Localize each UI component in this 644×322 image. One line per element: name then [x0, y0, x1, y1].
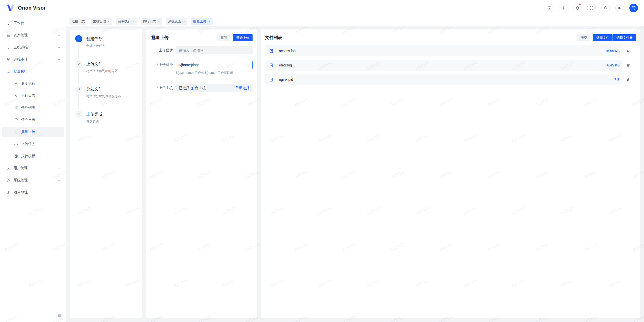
chevron-down-icon: [57, 46, 61, 49]
sidebar-item-batch-exec[interactable]: 批量执行: [2, 66, 64, 77]
sidebar-item-label: 任务日志: [21, 118, 61, 122]
sidebar-item-host-ops[interactable]: 主机运维: [2, 42, 64, 52]
refresh-icon: [603, 6, 608, 10]
sidebar-item-task-log[interactable]: 任务日志: [2, 115, 64, 125]
notification-badge-dot: [579, 3, 581, 6]
sidebar-item-label: 资产管理: [14, 33, 57, 38]
tab-host-mgmt[interactable]: 主机管理 ×: [91, 18, 112, 25]
upload-path-input[interactable]: ${home}/logs: [176, 61, 253, 69]
file-row-body: access.log 16.55 KB: [265, 45, 622, 56]
file-size: 6.45 KB: [607, 63, 620, 67]
brand-logo-icon: [6, 4, 15, 13]
theme-toggle-button[interactable]: [559, 4, 568, 12]
clear-files-button[interactable]: 清空: [577, 34, 590, 41]
refresh-button[interactable]: [601, 4, 610, 12]
file-name: error.log: [279, 63, 292, 67]
upload-desc-input[interactable]: [176, 46, 253, 54]
tab-label: 批量上传: [193, 19, 206, 24]
upload-path-label: *上传路径: [151, 61, 173, 75]
tab-close-icon[interactable]: ×: [108, 19, 110, 23]
sidebar-item-exec-log[interactable]: 执行日志: [2, 91, 64, 101]
navbar-actions: 管: [545, 4, 638, 12]
step-connector: [78, 94, 79, 109]
notification-bell-icon: [575, 6, 580, 10]
step-number: 3: [75, 86, 82, 93]
step-title: 分发文件: [86, 87, 121, 92]
tab-command-exec[interactable]: 命令执行 ×: [116, 18, 137, 25]
tab-system-settings[interactable]: 系统设置 ×: [166, 18, 187, 25]
batch-exec-icon: [7, 69, 11, 74]
hosts-selected-suffix: 台主机: [195, 86, 206, 90]
step-distribute-files: 3 分发文件 将文件分发到目标服务器: [75, 86, 137, 111]
select-files-button[interactable]: 选择文件: [593, 34, 613, 41]
sidebar-item-label: 上传任务: [21, 142, 61, 146]
upload-steps-panel: 1 创建任务 创建上传任务 2 上传文件 将文件上传到临时分区 3 分发文件 将…: [70, 29, 142, 318]
reset-button[interactable]: 重置: [217, 34, 230, 41]
trash-icon: [626, 78, 630, 82]
tab-close-icon[interactable]: ×: [208, 19, 210, 23]
sidebar-item-exec-template[interactable]: 执行模板: [2, 151, 64, 161]
sidebar-item-ops-audit[interactable]: 运维审计: [2, 54, 64, 64]
fullscreen-button[interactable]: [587, 4, 596, 12]
code-window-button[interactable]: [545, 4, 553, 12]
step-description: 释放资源: [86, 119, 102, 124]
host-ops-icon: [7, 45, 11, 49]
file-row-body: error.log 6.45 KB: [265, 60, 622, 71]
step-create-task: 1 创建任务 创建上传任务: [75, 35, 137, 60]
batch-upload-form-panel: 批量上传 重置 开始上传 上传描述 *上传路径 ${home}/logs: [146, 29, 257, 318]
step-description: 将文件分发到目标服务器: [86, 94, 121, 98]
sidebar-item-workbench[interactable]: 工作台: [2, 18, 64, 28]
tab-batch-upload[interactable]: 批量上传 ×: [191, 18, 213, 25]
required-mark: *: [157, 63, 158, 67]
sidebar-item-label: 项目地址: [14, 190, 61, 195]
sidebar-item-batch-upload[interactable]: 批量上传: [2, 127, 64, 137]
task-list-icon: [14, 106, 18, 110]
file-row: error.log 6.45 KB: [265, 60, 636, 71]
required-mark: *: [157, 86, 158, 90]
tab-exec-log[interactable]: 执行日志 ×: [141, 18, 163, 25]
step-number: 2: [75, 60, 82, 67]
workbench-icon: [7, 21, 11, 25]
open-tabs-bar: 连接日志 主机管理 × 命令执行 × 执行日志 × 系统设置 × 批量上传 ×: [66, 16, 644, 26]
delete-file-button[interactable]: [624, 47, 632, 55]
step-title: 上传文件: [86, 61, 118, 67]
step-upload-complete: 4 上传完成 释放资源: [75, 111, 137, 124]
tab-close-icon[interactable]: ×: [133, 19, 135, 23]
reselect-hosts-link[interactable]: 重新选择: [235, 86, 250, 90]
step-upload-files: 2 上传文件 将文件上传到临时分区: [75, 60, 137, 86]
file-name: nginx.pid: [279, 78, 293, 82]
file-list-panel: 文件列表 清空 选择文件 选择文件夹 access.log 16.55 KB: [261, 29, 640, 318]
sidebar-item-task-list[interactable]: 任务列表: [2, 103, 64, 113]
upload-desc-row: 上传描述: [151, 46, 253, 54]
sidebar-item-project-link[interactable]: 项目地址: [2, 187, 64, 197]
batch-upload-icon: [14, 130, 18, 134]
file-row: access.log 16.55 KB: [265, 45, 636, 56]
sidebar-item-assets[interactable]: 资产管理: [2, 30, 64, 40]
settings-button[interactable]: [615, 4, 624, 12]
tab-connection-log[interactable]: 连接日志: [69, 18, 87, 25]
delete-file-button[interactable]: [624, 76, 632, 83]
select-folder-button[interactable]: 选择文件夹: [613, 34, 636, 41]
sidebar-item-system-mgmt[interactable]: 系统管理: [2, 175, 64, 185]
user-mgmt-icon: [7, 166, 11, 170]
exec-template-file-icon: [14, 154, 18, 158]
sidebar-collapse-button[interactable]: [56, 312, 63, 318]
upload-path-value: ${home}/logs: [179, 63, 199, 67]
step-number: 1: [75, 35, 82, 42]
tab-close-icon[interactable]: ×: [183, 19, 185, 23]
chevron-up-icon: [57, 70, 61, 73]
sidebar-item-upload-task[interactable]: 上传任务: [2, 139, 64, 149]
sidebar-item-command-exec[interactable]: 命令执行: [2, 79, 64, 89]
notifications-button[interactable]: [573, 4, 582, 12]
file-icon: [269, 78, 273, 82]
sidebar-item-user-mgmt[interactable]: 用户管理: [2, 163, 64, 173]
upload-hosts-label: *上传主机: [151, 82, 173, 92]
sidebar-item-label: 任务列表: [21, 105, 61, 110]
delete-file-button[interactable]: [624, 61, 632, 69]
theme-icon: [561, 6, 566, 10]
user-avatar[interactable]: 管: [629, 4, 638, 12]
panel-title: 文件列表: [265, 35, 282, 41]
start-upload-button[interactable]: 开始上传: [233, 34, 253, 41]
tab-close-icon[interactable]: ×: [158, 19, 160, 23]
chevron-down-icon: [57, 34, 61, 37]
